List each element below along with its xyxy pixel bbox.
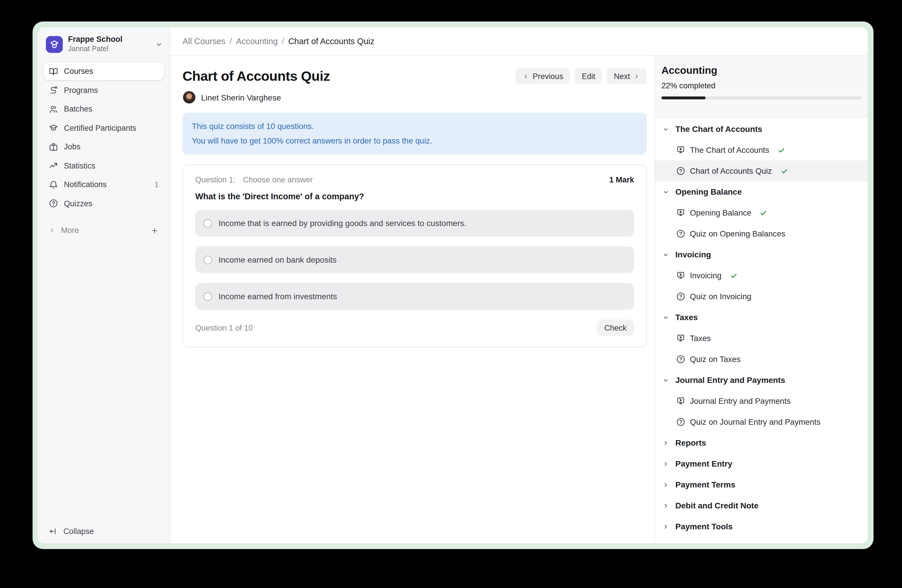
answer-option-label: Income earned from investments bbox=[219, 292, 337, 301]
breadcrumb: All Courses/Accounting/Chart of Accounts… bbox=[183, 37, 374, 46]
chevron-right-icon bbox=[49, 227, 55, 234]
outline-section-taxes[interactable]: Taxes bbox=[655, 307, 868, 328]
chevron-right-icon bbox=[662, 523, 669, 530]
outline-section-label: Invoicing bbox=[675, 250, 711, 259]
outline-item-quiz-on-journal-entry-and-payments[interactable]: Quiz on Journal Entry and Payments bbox=[655, 411, 868, 432]
outline-item-invoicing[interactable]: Invoicing bbox=[655, 265, 868, 286]
breadcrumb-separator: / bbox=[282, 37, 284, 46]
chevron-right-icon bbox=[662, 439, 669, 446]
outline-section-reports[interactable]: Reports bbox=[655, 432, 868, 453]
quiz-info-banner: This quiz consists of 10 questions. You … bbox=[183, 113, 647, 155]
bell-icon bbox=[49, 180, 58, 189]
chevron-right-icon bbox=[634, 73, 640, 79]
right-area: All Courses/Accounting/Chart of Accounts… bbox=[170, 27, 868, 543]
trending-up-icon bbox=[49, 161, 58, 170]
outline-section-the-chart-of-accounts[interactable]: The Chart of Accounts bbox=[655, 119, 868, 139]
outline-item-label: The Chart of Accounts bbox=[690, 145, 769, 154]
sidebar-menu: CoursesProgramsBatchesCertified Particip… bbox=[38, 63, 170, 212]
quiz-icon bbox=[676, 354, 686, 364]
previous-label: Previous bbox=[532, 72, 563, 80]
collapse-left-icon bbox=[49, 527, 58, 535]
answer-option-2[interactable]: Income earned on bank deposits bbox=[195, 246, 634, 273]
radio-button[interactable] bbox=[204, 292, 212, 301]
question-card: Question 1: Choose one answer 1 Mark Wha… bbox=[183, 164, 647, 347]
edit-button[interactable]: Edit bbox=[575, 68, 602, 84]
outline-section-label: Taxes bbox=[675, 313, 698, 322]
sidebar-item-quizzes[interactable]: Quizzes bbox=[44, 195, 164, 212]
answer-option-label: Income that is earned by providing goods… bbox=[219, 219, 467, 228]
chevron-right-icon bbox=[662, 460, 669, 467]
screen: Frappe School Jannat Patel CoursesProgra… bbox=[0, 0, 902, 588]
outline-item-journal-entry-and-payments[interactable]: Journal Entry and Payments bbox=[655, 391, 868, 411]
sidebar-item-courses[interactable]: Courses bbox=[44, 63, 164, 80]
breadcrumb-item[interactable]: Accounting bbox=[236, 37, 278, 46]
sidebar-item-statistics[interactable]: Statistics bbox=[44, 157, 164, 174]
outline-item-label: Quiz on Opening Balances bbox=[690, 229, 785, 238]
outline-item-label: Chart of Accounts Quiz bbox=[690, 166, 772, 175]
outline-item-quiz-on-opening-balances[interactable]: Quiz on Opening Balances bbox=[655, 223, 868, 244]
plus-icon[interactable] bbox=[150, 226, 159, 235]
radio-button[interactable] bbox=[204, 219, 212, 227]
sidebar-item-certified-participants[interactable]: Certified Participants bbox=[44, 119, 164, 136]
outline-item-taxes[interactable]: Taxes bbox=[655, 328, 868, 349]
quiz-icon bbox=[676, 166, 686, 176]
previous-button[interactable]: Previous bbox=[516, 68, 570, 84]
outline-section-label: Debit and Credit Note bbox=[675, 501, 758, 510]
chevron-down-icon bbox=[662, 377, 669, 383]
outline-section-opening-balance[interactable]: Opening Balance bbox=[655, 181, 868, 202]
outline-section-label: Payment Tools bbox=[675, 522, 733, 531]
quiz-icon bbox=[676, 417, 686, 427]
outline-item-quiz-on-invoicing[interactable]: Quiz on Invoicing bbox=[655, 286, 868, 307]
radio-button[interactable] bbox=[204, 255, 212, 264]
main-content: Chart of Accounts Quiz Previous Edit bbox=[170, 56, 655, 543]
outline-section-invoicing[interactable]: Invoicing bbox=[655, 244, 868, 265]
outline-section-label: Journal Entry and Payments bbox=[675, 375, 785, 385]
workspace-text: Frappe School Jannat Patel bbox=[68, 35, 123, 53]
course-progress-fill bbox=[661, 97, 705, 99]
completed-check-icon bbox=[730, 272, 738, 279]
question-marks: 1 Mark bbox=[609, 175, 634, 184]
quiz-info-line: This quiz consists of 10 questions. bbox=[192, 119, 637, 134]
course-outline-tree: The Chart of AccountsThe Chart of Accoun… bbox=[655, 117, 868, 543]
author-avatar bbox=[183, 91, 196, 104]
outline-item-chart-of-accounts-quiz[interactable]: Chart of Accounts Quiz bbox=[655, 160, 868, 181]
outline-item-opening-balance[interactable]: Opening Balance bbox=[655, 202, 868, 223]
outline-item-quiz-on-taxes[interactable]: Quiz on Taxes bbox=[655, 349, 868, 369]
next-label: Next bbox=[614, 72, 630, 80]
outline-section-payment-terms[interactable]: Payment Terms bbox=[655, 474, 868, 495]
sidebar-item-notifications[interactable]: Notifications1 bbox=[44, 176, 164, 193]
workspace-name: Frappe School bbox=[68, 35, 123, 44]
answer-option-label: Income earned on bank deposits bbox=[219, 255, 337, 264]
outline-section-label: Opening Balance bbox=[675, 187, 742, 196]
help-circle-icon bbox=[49, 199, 58, 208]
sidebar-item-jobs[interactable]: Jobs bbox=[44, 138, 164, 155]
sidebar-item-programs[interactable]: Programs bbox=[44, 81, 164, 99]
outline-section-label: Payment Terms bbox=[675, 480, 735, 489]
outline-section-journal-entry-and-payments[interactable]: Journal Entry and Payments bbox=[655, 369, 868, 391]
sidebar-item-more[interactable]: More bbox=[38, 222, 170, 239]
outline-section-debit-and-credit-note[interactable]: Debit and Credit Note bbox=[655, 495, 868, 516]
window-frame: Frappe School Jannat Patel CoursesProgra… bbox=[33, 22, 874, 549]
route-icon bbox=[49, 86, 58, 95]
breadcrumb-item[interactable]: All Courses bbox=[183, 37, 226, 46]
sidebar-item-label: Courses bbox=[64, 67, 93, 76]
collapse-sidebar-button[interactable]: Collapse bbox=[44, 522, 164, 540]
outline-item-the-chart-of-accounts[interactable]: The Chart of Accounts bbox=[655, 139, 868, 160]
quiz-info-line: You will have to get 100% correct answer… bbox=[192, 134, 637, 148]
outline-section-payment-entry[interactable]: Payment Entry bbox=[655, 453, 868, 474]
sidebar-item-label: Notifications bbox=[64, 180, 106, 189]
answer-option-3[interactable]: Income earned from investments bbox=[195, 283, 634, 310]
outline-item-label: Quiz on Taxes bbox=[690, 355, 741, 363]
workspace-switcher[interactable]: Frappe School Jannat Patel bbox=[38, 27, 170, 53]
quiz-author: Linet Sherin Varghese bbox=[183, 91, 655, 104]
check-button[interactable]: Check bbox=[597, 319, 634, 336]
completed-check-icon bbox=[760, 209, 767, 216]
answer-options: Income that is earned by providing goods… bbox=[195, 210, 634, 310]
answer-option-1[interactable]: Income that is earned by providing goods… bbox=[195, 210, 634, 236]
book-open-icon bbox=[49, 67, 58, 76]
sidebar-item-batches[interactable]: Batches bbox=[44, 100, 164, 118]
outline-section-payment-tools[interactable]: Payment Tools bbox=[655, 516, 868, 537]
outline-section-label: The Chart of Accounts bbox=[675, 124, 762, 134]
lesson-icon bbox=[676, 145, 686, 155]
next-button[interactable]: Next bbox=[607, 68, 647, 84]
